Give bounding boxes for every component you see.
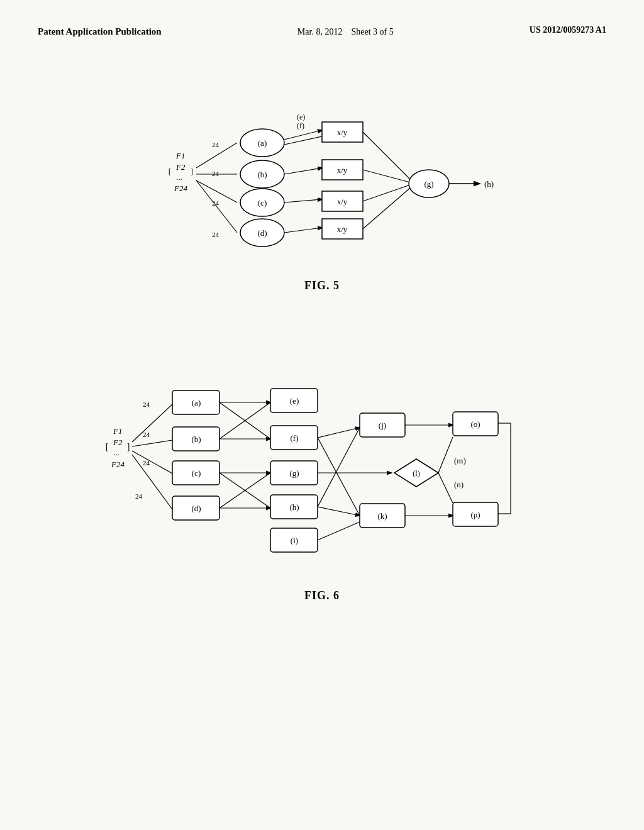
fig6-m-label: (m): [454, 456, 466, 465]
publication-title: Patent Application Publication: [38, 25, 162, 38]
fig5-node-g-label: (g): [424, 179, 433, 189]
fig6-matrix-bracket-l: [: [106, 442, 109, 451]
fig5-node-c-label: (c): [258, 198, 267, 208]
fig5-node-d-label: (d): [257, 228, 267, 238]
fig6-node-d-label: (d): [191, 504, 201, 513]
patent-number: US 2012/0059273 A1: [530, 25, 606, 35]
fig5-label-e: (e): [297, 113, 305, 121]
fig6-f2: F2: [113, 438, 123, 447]
fig6-line-b: [132, 440, 172, 446]
fig5-arr-d: [284, 228, 322, 233]
fig5-box-c-to-g: [363, 185, 410, 201]
fig5-node-b-label: (b): [257, 170, 267, 179]
fig5-node-a-label: (a): [258, 138, 267, 148]
fig6-node-h-label: (h): [289, 502, 299, 512]
fig6-node-o-label: (o): [470, 419, 480, 429]
header-center: Mar. 8, 2012 Sheet 3 of 5: [297, 25, 394, 39]
figures-container: [ F1 F2 ... F24 ] 24 24 24 24 (a): [38, 77, 606, 602]
fig5-24-top: 24: [212, 141, 219, 148]
fig5-box-a-label: x/y: [337, 128, 348, 137]
fig6-arr-l-o: [438, 437, 453, 473]
figure-6-section: [ F1 F2 ... F24 ] 24 24 24 24 (a): [38, 305, 606, 602]
fig6-node-k-label: (k): [377, 511, 387, 521]
fig5-h-label: (h): [484, 179, 494, 189]
fig6-arr-h-k: [318, 507, 360, 516]
fig6-node-c-label: (c): [192, 468, 201, 478]
date-text: Mar. 8, 2012: [297, 27, 343, 36]
fig5-label: FIG. 5: [304, 279, 340, 292]
fig5-label-f: (f): [297, 121, 304, 130]
sheet-text: Sheet 3 of 5: [351, 27, 393, 36]
fig5-matrix-rbracket: ]: [191, 167, 193, 176]
fig6-node-p-label: (p): [470, 510, 480, 519]
fig6-line-c: [132, 451, 172, 473]
fig5-arr-a-bot: [284, 136, 322, 145]
fig5-f24: F24: [174, 184, 187, 193]
fig6-f1: F1: [113, 426, 122, 436]
fig6-dots: ...: [113, 448, 119, 457]
fig6-node-b-label: (b): [191, 434, 201, 444]
fig6-cross-r2: [318, 428, 360, 507]
page: Patent Application Publication Mar. 8, 2…: [0, 0, 644, 830]
fig5-dots: ...: [176, 172, 182, 182]
fig5-24-bot: 24: [212, 231, 219, 238]
fig6-arr-f-j: [318, 428, 360, 438]
fig5-svg: [ F1 F2 ... F24 ] 24 24 24 24 (a): [77, 77, 567, 272]
fig6-node-e-label: (e): [290, 396, 299, 406]
fig6-line-d: [132, 455, 172, 509]
fig6-node-a-label: (a): [192, 398, 201, 407]
fig6-24-a: 24: [143, 401, 150, 408]
fig6-diamond-l-label: (l): [413, 469, 419, 478]
fig6-arr-i-k: [318, 522, 360, 540]
fig5-box-b-label: x/y: [337, 165, 348, 175]
fig6-node-g-label: (g): [289, 468, 299, 478]
fig6-24-b: 24: [143, 431, 150, 438]
fig5-arr-b: [284, 168, 322, 174]
fig5-box-a-to-g: [363, 132, 410, 179]
fig5-box-d-to-g: [363, 188, 410, 229]
fig5-box-d-label: x/y: [337, 224, 348, 234]
fig5-f2: F2: [175, 162, 186, 172]
fig5-f1: F1: [175, 151, 185, 160]
fig6-f24: F24: [111, 460, 125, 469]
fig6-line-a: [132, 404, 172, 442]
fig5-matrix-label: [: [169, 167, 171, 176]
fig6-label: FIG. 6: [304, 589, 340, 602]
fig5-line-d: [196, 180, 237, 233]
fig5-24-mid: 24: [212, 170, 219, 177]
fig6-arr-l-p: [438, 473, 453, 503]
fig6-node-j-label: (j): [379, 421, 386, 430]
fig6-node-f-label: (f): [291, 433, 299, 443]
fig6-matrix-bracket-r: ]: [127, 442, 130, 451]
fig5-arr-a-top: [284, 130, 322, 140]
fig6-node-i-label: (i): [291, 536, 298, 545]
figure-5-section: [ F1 F2 ... F24 ] 24 24 24 24 (a): [38, 77, 606, 292]
fig5-box-c-label: x/y: [337, 197, 348, 206]
page-header: Patent Application Publication Mar. 8, 2…: [38, 25, 606, 39]
fig6-24-d: 24: [135, 492, 143, 500]
fig6-cross-r1: [318, 438, 360, 516]
fig6-n-label: (n): [454, 480, 464, 489]
fig6-svg: [ F1 F2 ... F24 ] 24 24 24 24 (a): [64, 305, 580, 582]
fig5-arr-c: [284, 199, 322, 202]
